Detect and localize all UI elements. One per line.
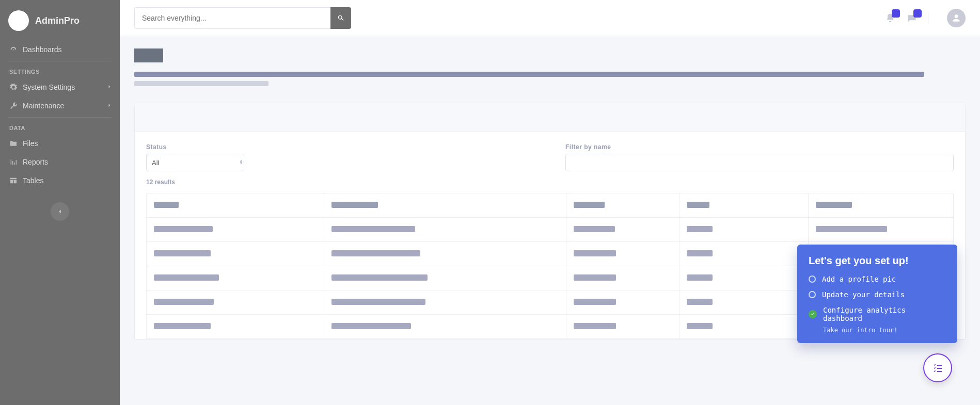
divider [8, 61, 112, 61]
cell [816, 226, 887, 232]
card-toolbar [135, 103, 965, 132]
onboarding-item[interactable]: Update your details [809, 290, 946, 299]
cell [154, 323, 211, 329]
sidebar: AdminPro Dashboards SETTINGS System Sett… [0, 0, 120, 405]
circle-icon [809, 291, 816, 298]
col-header[interactable] [154, 202, 179, 208]
search-wrap [134, 7, 351, 29]
sidebar-item-files[interactable]: Files [0, 134, 120, 153]
sidebar-item-dashboards[interactable]: Dashboards [0, 40, 120, 59]
sidebar-item-reports[interactable]: Reports [0, 153, 120, 171]
check-icon [809, 310, 817, 318]
sidebar-item-label: Maintenance [23, 102, 64, 110]
sidebar-item-label: Files [23, 139, 38, 148]
brand-name: AdminPro [35, 15, 80, 26]
cell [154, 250, 211, 256]
page-title: Users [134, 48, 163, 62]
topbar-icons [884, 12, 928, 24]
brand[interactable]: AdminPro [0, 5, 120, 40]
cell [331, 226, 415, 232]
messages-badge [913, 9, 922, 18]
circle-icon [809, 276, 816, 283]
cell [154, 226, 213, 232]
onboarding-item[interactable]: Configure analytics dashboard [809, 306, 946, 322]
cell [574, 274, 616, 281]
col-header[interactable] [331, 202, 378, 208]
breadcrumb-sub [134, 81, 268, 86]
cell [574, 250, 616, 256]
cell [574, 323, 616, 329]
brand-logo [8, 10, 29, 31]
table-icon [9, 176, 18, 185]
cell [687, 299, 713, 305]
breadcrumb [134, 72, 924, 77]
chevron-right-icon [106, 83, 113, 91]
filter-status-select[interactable] [146, 154, 244, 171]
sidebar-item-tools[interactable]: Maintenance [0, 96, 120, 115]
wrench-icon [9, 102, 18, 110]
col-header[interactable] [687, 202, 709, 208]
onboarding-item-label: Add a profile pic [822, 275, 896, 283]
onboarding-title: Let's get you set up! [809, 255, 946, 267]
notifications-button[interactable] [884, 12, 896, 24]
collapse-sidebar-button[interactable] [51, 202, 69, 221]
cell [574, 299, 616, 305]
topbar [120, 0, 980, 36]
chart-icon [9, 158, 18, 166]
sidebar-item-label: System Settings [23, 83, 75, 91]
page-header: Users [120, 36, 980, 93]
cell [331, 299, 425, 305]
filter-search-label: Filter by name [565, 143, 954, 151]
cell [687, 274, 713, 281]
onboarding-item-label: Configure analytics dashboard [823, 306, 946, 322]
sidebar-item-label: Dashboards [23, 45, 62, 54]
onboarding-popup: Let's get you set up! Add a profile picU… [797, 245, 957, 343]
onboarding-item[interactable]: Add a profile pic [809, 275, 946, 283]
user-avatar[interactable] [947, 9, 966, 27]
sidebar-item-system[interactable]: System Settings [0, 78, 120, 96]
col-header[interactable] [574, 202, 605, 208]
chevron-right-icon [106, 102, 113, 110]
onboarding-item-sub[interactable]: Take our intro tour! [823, 327, 946, 334]
cell [331, 274, 428, 281]
search-input[interactable] [134, 7, 330, 29]
results-link[interactable]: 12 results [146, 179, 534, 186]
cell [154, 274, 219, 281]
sidebar-item-tables[interactable]: Tables [0, 171, 120, 190]
sidebar-section-data: DATA [0, 120, 120, 134]
filters: Status 12 results Filter by name [146, 143, 954, 186]
gauge-icon [9, 45, 18, 54]
cell [574, 226, 615, 232]
sidebar-item-label: Tables [23, 176, 43, 185]
messages-button[interactable] [906, 12, 918, 24]
cell [687, 323, 713, 329]
cell [687, 226, 713, 232]
cell [687, 250, 713, 256]
filter-status-label: Status [146, 143, 534, 151]
onboarding-item-label: Update your details [822, 290, 905, 299]
sidebar-section-settings: SETTINGS [0, 63, 120, 78]
col-header[interactable] [816, 202, 852, 208]
gear-icon [9, 83, 18, 91]
divider [8, 117, 112, 118]
filter-search-input[interactable] [565, 154, 954, 171]
cell [331, 250, 420, 256]
folder-icon [9, 139, 18, 148]
notifications-badge [892, 9, 900, 18]
table-row[interactable] [147, 218, 954, 242]
search-button[interactable] [330, 7, 351, 29]
cell [154, 299, 214, 305]
sidebar-item-label: Reports [23, 158, 48, 166]
table-header-row [147, 193, 954, 218]
checklist-fab[interactable] [923, 353, 952, 382]
cell [331, 323, 411, 329]
